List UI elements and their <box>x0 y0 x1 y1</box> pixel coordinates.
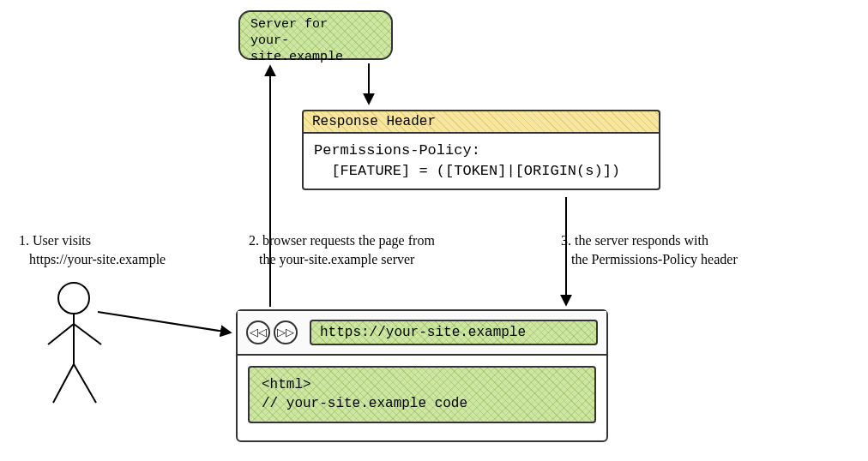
browser-toolbar: ◁◁ ▷▷ https://your-site.example <box>238 311 606 356</box>
browser-viewport: <html> // your-site.example code <box>238 356 606 434</box>
response-header-body: Permissions-Policy: [FEATURE] = ([TOKEN]… <box>302 132 660 190</box>
server-label-line2: your-site.example <box>250 33 381 66</box>
response-line2: [FEATURE] = ([TOKEN]|[ORIGIN(s)]) <box>314 161 648 182</box>
step-1-line2: https://your-site.example <box>19 250 225 269</box>
url-bar: https://your-site.example <box>310 320 598 345</box>
step-2-caption: 2. browser requests the page from the yo… <box>249 231 515 268</box>
response-header-box: Response Header Permissions-Policy: [FEA… <box>302 110 660 190</box>
back-icon: ◁◁ <box>246 320 270 344</box>
svg-point-0 <box>58 283 89 314</box>
step-1-caption: 1. User visits https://your-site.example <box>19 231 225 268</box>
browser-window: ◁◁ ▷▷ https://your-site.example <html> /… <box>236 309 608 442</box>
svg-line-5 <box>74 364 96 403</box>
code-line1: <html> <box>262 376 582 395</box>
svg-line-3 <box>74 324 101 344</box>
step-3-caption: 3. the server responds with the Permissi… <box>561 231 818 268</box>
response-line1: Permissions-Policy: <box>314 141 648 161</box>
server-label-line1: Server for <box>250 17 381 33</box>
step-3-line2: the Permissions-Policy header <box>561 250 818 269</box>
user-stick-figure <box>48 283 101 403</box>
step-1-line1: 1. User visits <box>19 231 225 250</box>
svg-line-4 <box>53 364 74 403</box>
arrow-user-to-browser <box>98 312 230 332</box>
step-3-line1: 3. the server responds with <box>561 231 818 250</box>
response-header-title: Response Header <box>302 110 660 132</box>
page-code-block: <html> // your-site.example code <box>248 366 596 423</box>
svg-line-2 <box>48 324 74 344</box>
step-2-line2: the your-site.example server <box>249 250 515 269</box>
step-2-line1: 2. browser requests the page from <box>249 231 515 250</box>
forward-icon: ▷▷ <box>274 320 298 344</box>
code-line2: // your-site.example code <box>262 395 582 414</box>
server-box: Server for your-site.example <box>238 10 393 60</box>
